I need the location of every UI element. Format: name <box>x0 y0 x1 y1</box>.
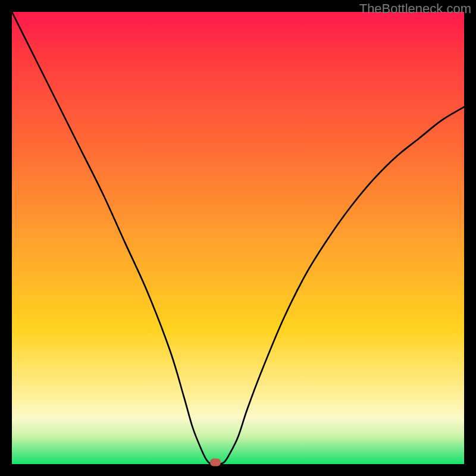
chart-frame: TheBottleneck.com <box>0 0 476 476</box>
optimum-marker <box>210 459 221 466</box>
bottleneck-curve <box>12 12 464 464</box>
watermark-text: TheBottleneck.com <box>359 1 471 17</box>
curve-svg <box>12 12 464 464</box>
